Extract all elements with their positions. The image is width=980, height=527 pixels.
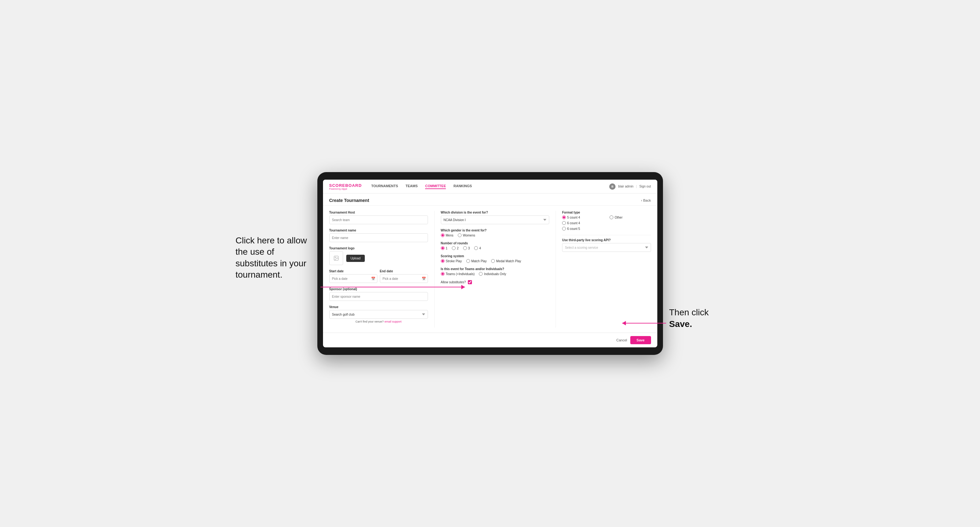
gender-mens-option[interactable]: Mens [441,233,453,237]
nav-link-rankings[interactable]: RANKINGS [453,184,472,189]
scoring-medal-option[interactable]: Medal Match Play [491,259,521,263]
format-options: 5 count 4 Other 6 count 4 [562,216,651,230]
event-type-radio-group: Teams (+Individuals) Individuals Only [441,272,549,276]
tournament-host-label: Tournament Host [329,211,428,214]
rounds-label: Number of rounds [441,241,549,245]
tournament-logo-label: Tournament logo [329,246,428,250]
calendar-icon-start: 📅 [371,277,375,281]
nav-bar: SCOREBOARD Powered by clippd TOURNAMENTS… [323,179,657,194]
start-date-input[interactable] [329,274,377,283]
rounds-2-radio[interactable] [452,246,456,250]
page-header: Create Tournament Back [323,194,657,206]
allow-substitutes-row: Allow substitutes? [441,280,549,284]
rounds-2-option[interactable]: 2 [452,246,459,250]
page-title: Create Tournament [329,198,369,203]
tournament-logo-group: Tournament logo Upload [329,246,428,265]
venue-email-support-link[interactable]: email support [385,320,402,323]
start-date-group: Start date 📅 [329,270,377,283]
nav-link-committee[interactable]: COMMITTEE [425,184,446,189]
arrow-left [320,287,465,287]
svg-point-1 [335,257,336,257]
end-date-label: End date [380,270,428,273]
nav-user-name: blair admin [618,185,633,188]
format-5count4-radio[interactable] [562,216,566,219]
event-individuals-option[interactable]: Individuals Only [479,272,506,276]
gender-radio-group: Mens Womens [441,233,549,237]
division-select[interactable]: NCAA Division I [441,216,549,224]
allow-substitutes-label: Allow substitutes? [441,281,466,284]
format-6count5-option[interactable]: 6 count 5 [562,227,603,230]
sponsor-group: Sponsor (optional) [329,287,428,301]
rounds-group: Number of rounds 1 2 [441,241,549,250]
scoring-medal-radio[interactable] [491,259,495,263]
sign-out-link[interactable]: Sign out [640,185,651,188]
format-6count4-radio[interactable] [562,221,566,225]
event-teams-option[interactable]: Teams (+Individuals) [441,272,475,276]
logo-upload-row: Upload [329,251,428,265]
event-individuals-radio[interactable] [479,272,483,276]
back-link[interactable]: Back [641,198,651,202]
nav-link-tournaments[interactable]: TOURNAMENTS [371,184,398,189]
tournament-name-group: Tournament name [329,229,428,242]
scoring-api-label: Use third-party live scoring API? [562,238,651,242]
sponsor-input[interactable] [329,292,428,301]
nav-link-teams[interactable]: TEAMS [406,184,418,189]
end-date-input[interactable] [380,274,428,283]
format-6count5-radio[interactable] [562,227,566,230]
gender-mens-radio[interactable] [441,233,445,237]
cancel-button[interactable]: Cancel [616,338,627,342]
tournament-name-label: Tournament name [329,229,428,232]
rounds-3-option[interactable]: 3 [463,246,470,250]
event-type-group: Is this event for Teams and/or Individua… [441,267,549,276]
tournament-name-input[interactable] [329,233,428,242]
format-6count4-option[interactable]: 6 count 4 [562,221,603,225]
rounds-4-radio[interactable] [474,246,478,250]
gender-womens-option[interactable]: Womens [458,233,475,237]
rounds-3-radio[interactable] [463,246,467,250]
date-row: Start date 📅 End date 📅 [329,270,428,283]
tablet-screen: SCOREBOARD Powered by clippd TOURNAMENTS… [323,179,657,348]
rounds-1-option[interactable]: 1 [441,246,448,250]
upload-button[interactable]: Upload [346,255,365,262]
form-footer: Cancel Save [323,333,657,348]
rounds-radio-group: 1 2 3 4 [441,246,549,250]
tournament-host-group: Tournament Host [329,211,428,224]
scoring-stroke-option[interactable]: Stroke Play [441,259,462,263]
scoring-service-select[interactable]: Select a scoring service [562,243,651,252]
gender-womens-radio[interactable] [458,233,461,237]
form-col-mid: Which division is the event for? NCAA Di… [434,211,556,328]
rounds-4-option[interactable]: 4 [474,246,481,250]
save-button[interactable]: Save [630,336,651,344]
annotation-right: Then click Save. [669,307,732,330]
tournament-host-input[interactable] [329,216,428,224]
division-label: Which division is the event for? [441,211,549,214]
nav-links: TOURNAMENTS TEAMS COMMITTEE RANKINGS [371,184,609,189]
form-col-left: Tournament Host Tournament name Tourname… [329,211,428,328]
scoring-match-option[interactable]: Match Play [466,259,487,263]
event-type-label: Is this event for Teams and/or Individua… [441,267,549,271]
nav-user: B blair admin | Sign out [609,183,651,190]
gender-group: Which gender is the event for? Mens Wome… [441,229,549,237]
end-date-group: End date 📅 [380,270,428,283]
scoring-stroke-radio[interactable] [441,259,445,263]
sponsor-label: Sponsor (optional) [329,287,428,291]
calendar-icon-end: 📅 [422,277,426,281]
allow-substitutes-checkbox[interactable] [468,280,472,284]
division-group: Which division is the event for? NCAA Di… [441,211,549,224]
venue-help: Can't find your venue? email support [329,320,428,323]
avatar: B [609,183,616,190]
format-type-group: Format type 5 count 4 Other [562,211,651,230]
arrow-right [622,323,666,324]
rounds-1-radio[interactable] [441,246,445,250]
tablet-frame: SCOREBOARD Powered by clippd TOURNAMENTS… [317,172,663,355]
format-type-label: Format type [562,211,651,214]
venue-select[interactable]: Search golf club [329,310,428,319]
scoring-system-group: Scoring system Stroke Play Match Play [441,254,549,263]
event-teams-radio[interactable] [441,272,445,276]
format-5count4-option[interactable]: 5 count 4 [562,216,603,219]
gender-label: Which gender is the event for? [441,229,549,232]
scoring-match-radio[interactable] [466,259,470,263]
format-other-radio[interactable] [609,216,613,219]
logo-placeholder [329,251,343,265]
format-other-option[interactable]: Other [609,216,651,219]
